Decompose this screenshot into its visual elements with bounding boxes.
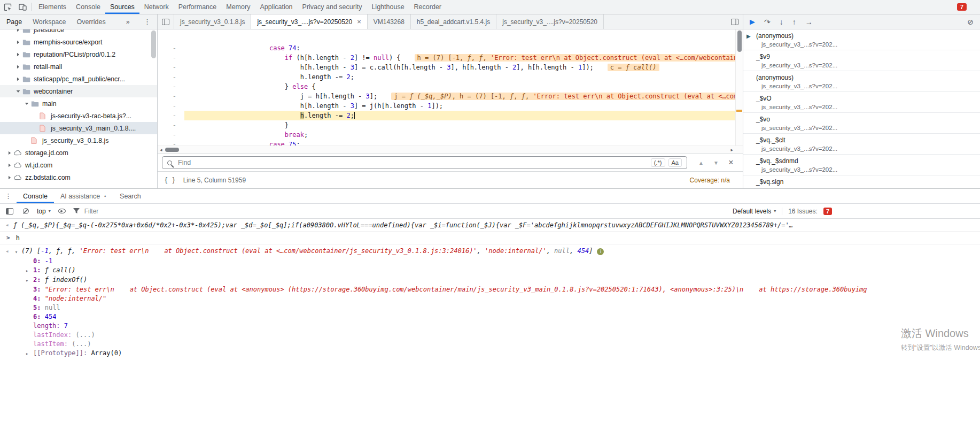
- line-gutter[interactable]: -: [158, 140, 184, 146]
- navigator-more-options-icon[interactable]: ⋮: [137, 18, 157, 26]
- tree-item-js-security-v3-rac-beta-js[interactable]: js-security-v3-rac-beta.js?...: [0, 110, 157, 122]
- array-property-row[interactable]: length: 7: [4, 322, 976, 331]
- console-tab-console[interactable]: Console: [17, 189, 54, 203]
- filter-input[interactable]: [83, 207, 726, 216]
- line-gutter[interactable]: -: [158, 43, 184, 53]
- tree-item-jsresource[interactable]: jsresource: [0, 29, 157, 36]
- panel-tab-privacy-and-security[interactable]: Privacy and security: [298, 0, 367, 14]
- clear-console-icon[interactable]: [21, 208, 30, 214]
- find-previous-icon[interactable]: ▲: [694, 160, 709, 166]
- console-result-row[interactable]: ◂ƒ (_$q,_$P){_$q=_$q-(-0x275*0xa+0x6d/*0…: [0, 219, 980, 232]
- tree-item-reputation-pclist-prod-0-1-2[interactable]: reputation/PCList/prod/0.1.2: [0, 48, 157, 60]
- editor-tab-js-security-v3-0-1-8-js[interactable]: js_security_v3_0.1.8.js: [174, 14, 251, 29]
- tree-item-js-security-v3-0-1-8-js[interactable]: js_security_v3_0.1.8.js: [0, 134, 157, 147]
- array-property-row[interactable]: 6: 454: [4, 312, 976, 322]
- panel-tab-application[interactable]: Application: [255, 0, 297, 14]
- code-line[interactable]: -h[h.length - 3] = j(h[h.length - 1]);: [158, 101, 743, 111]
- tree-item-js-security-v3-main-0-1-8[interactable]: js_security_v3_main_0.1.8....: [0, 122, 157, 134]
- live-expression-icon[interactable]: [57, 209, 67, 213]
- coverage-status[interactable]: Coverage: n/a: [690, 177, 730, 184]
- code-line[interactable]: -case 74:: [158, 43, 743, 53]
- step-icon[interactable]: →: [805, 18, 813, 26]
- code-editor[interactable]: -case 74:-if (h[h.length - 2] != null) {…: [158, 29, 743, 146]
- panel-tab-recorder[interactable]: Recorder: [409, 0, 446, 14]
- show-debugger-sidebar-icon[interactable]: [727, 14, 743, 29]
- line-gutter[interactable]: -: [158, 91, 184, 101]
- editor-tab-vm143268[interactable]: VM143268: [368, 14, 411, 29]
- device-toolbar-icon[interactable]: [15, 0, 30, 14]
- error-count-badge[interactable]: 7: [957, 3, 967, 11]
- array-property-row[interactable]: ▸[[Prototype]]: Array(0): [4, 349, 976, 358]
- call-stack-frame-vo[interactable]: _$vOjs_security_v3_...s?v=202...: [743, 92, 980, 113]
- chevron-right-icon[interactable]: [14, 64, 22, 70]
- panel-tab-console[interactable]: Console: [71, 0, 105, 14]
- chevron-right-icon[interactable]: [5, 163, 14, 168]
- tree-item-memphis-source-export[interactable]: memphis-source/export: [0, 36, 157, 48]
- code-line[interactable]: -if (h[h.length - 2] != null) {h = (7) […: [158, 53, 743, 63]
- array-property-row[interactable]: 5: null: [4, 303, 976, 312]
- line-gutter[interactable]: -: [158, 111, 184, 120]
- editor-tab-js-security-v3-js-v-20250520[interactable]: js_security_v3_....js?v=20250520×: [251, 14, 367, 29]
- close-tab-icon[interactable]: ×: [357, 18, 361, 26]
- expand-triangle-icon[interactable]: ▸: [26, 266, 33, 275]
- array-property-row[interactable]: lastIndex: (...): [4, 331, 976, 340]
- panel-tab-performance[interactable]: Performance: [174, 0, 222, 14]
- panel-tab-sources[interactable]: Sources: [105, 0, 139, 14]
- editor-horizontal-scrollbar[interactable]: ◂ ▸: [158, 146, 743, 154]
- tree-item-webcontainer[interactable]: webcontainer: [0, 85, 157, 97]
- line-gutter[interactable]: -: [158, 53, 184, 63]
- more-tabs-chevron[interactable]: »: [111, 18, 137, 26]
- array-property-row[interactable]: 4: "node:internal/": [4, 294, 976, 303]
- log-levels-dropdown[interactable]: Default levels ▾: [733, 208, 776, 215]
- console-more-options-icon[interactable]: ⋮: [0, 189, 17, 203]
- call-stack-frame-vq-clt[interactable]: _$vq._$cltjs_security_v3_...s?v=202...: [743, 134, 980, 155]
- code-line[interactable]: -break;: [158, 130, 743, 140]
- line-gutter[interactable]: -: [158, 130, 184, 140]
- call-stack-frame-vq-sdnmd[interactable]: _$vq._$sdnmdjs_security_v3_...s?v=202...: [743, 155, 980, 175]
- array-preview-row[interactable]: ◂▾(7) [-1, ƒ, ƒ, 'Error: test err\n at O…: [4, 247, 976, 257]
- line-gutter[interactable]: -: [158, 120, 184, 130]
- panel-tab-network[interactable]: Network: [139, 0, 174, 14]
- find-next-icon[interactable]: ▼: [709, 160, 724, 166]
- pretty-print-icon[interactable]: { }: [164, 177, 176, 184]
- info-icon[interactable]: i: [597, 248, 604, 255]
- show-navigator-icon[interactable]: [158, 14, 174, 29]
- scroll-right-icon[interactable]: ▸: [730, 146, 733, 154]
- chevron-down-icon[interactable]: [22, 101, 31, 106]
- tree-item-retail-mall[interactable]: retail-mall: [0, 60, 157, 73]
- chevron-right-icon[interactable]: [14, 29, 22, 33]
- editor-vertical-scrollbar[interactable]: [735, 29, 743, 146]
- expand-triangle-icon[interactable]: ▸: [26, 276, 33, 285]
- code-line[interactable]: -}: [158, 120, 743, 130]
- code-line[interactable]: -j = h[h.length - 3];j = ƒ (_$q,_$P), h …: [158, 91, 743, 101]
- array-property-row[interactable]: lastItem: (...): [4, 340, 976, 349]
- console-array-result[interactable]: ◂▾(7) [-1, ƒ, ƒ, 'Error: test err\n at O…: [0, 244, 980, 360]
- deactivate-breakpoints-icon[interactable]: ⊘: [967, 18, 974, 26]
- call-stack-frame-vq-sign[interactable]: _$vq.signjs_security_v3_...s?v=202...: [743, 175, 980, 188]
- sidebar-tab-workspace[interactable]: Workspace: [27, 18, 71, 26]
- editor-tab-h5-deal-addcart-v1-5-4-js[interactable]: h5_deal_addcart.v1.5.4.js: [411, 14, 496, 29]
- resume-script-icon[interactable]: ▶: [750, 18, 755, 26]
- issues-count-label[interactable]: 16 Issues:: [788, 208, 818, 215]
- scroll-left-icon[interactable]: ◂: [160, 146, 162, 154]
- scrollbar-thumb[interactable]: [165, 148, 179, 152]
- step-over-icon[interactable]: ↷: [764, 18, 771, 26]
- step-out-icon[interactable]: ↑: [792, 18, 796, 26]
- line-gutter[interactable]: -: [158, 63, 184, 72]
- code-line[interactable]: -h.length -= 2;: [158, 72, 743, 82]
- collapse-triangle-icon[interactable]: ▾: [15, 248, 18, 257]
- array-property-row[interactable]: ▸2: ƒ indexOf(): [4, 275, 976, 285]
- sidebar-tab-overrides[interactable]: Overrides: [72, 18, 111, 26]
- console-sidebar-icon[interactable]: [5, 208, 14, 215]
- chevron-right-icon[interactable]: [5, 150, 14, 156]
- context-selector[interactable]: top ▾: [37, 208, 51, 215]
- array-property-row[interactable]: ▸1: ƒ call(): [4, 266, 976, 275]
- call-stack-frame-anonymous[interactable]: ▶(anonymous)js_security_v3_...s?v=202...: [743, 29, 980, 50]
- code-line[interactable]: -} else {: [158, 82, 743, 91]
- line-gutter[interactable]: -: [158, 82, 184, 91]
- call-stack-frame-anonymous[interactable]: (anonymous)js_security_v3_...s?v=202...: [743, 71, 980, 92]
- tree-item-storage-jd-com[interactable]: storage.jd.com: [0, 147, 157, 159]
- tree-item-zz-bdstatic-com[interactable]: zz.bdstatic.com: [0, 171, 157, 183]
- panel-tab-memory[interactable]: Memory: [221, 0, 255, 14]
- case-sensitive-toggle[interactable]: Aa: [668, 158, 682, 167]
